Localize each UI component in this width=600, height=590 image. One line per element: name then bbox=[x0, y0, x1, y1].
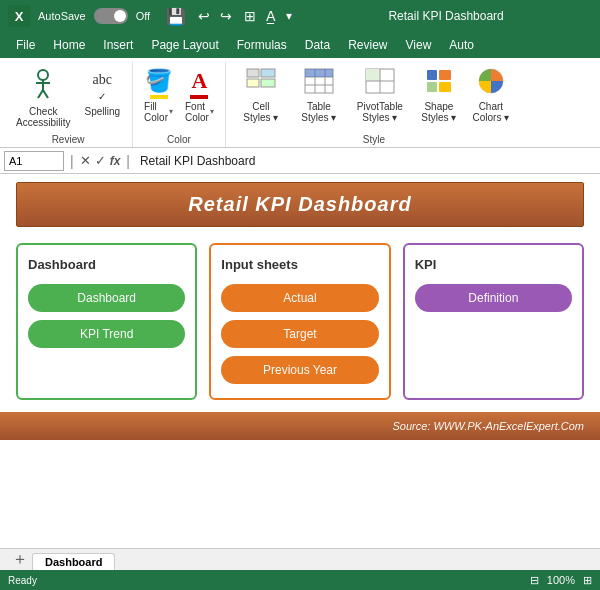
ribbon: CheckAccessibility abc✓ Spelling Review … bbox=[0, 58, 600, 148]
review-group-label: Review bbox=[52, 132, 85, 145]
svg-line-3 bbox=[38, 90, 43, 98]
dashboard-title: Retail KPI Dashboard bbox=[27, 193, 573, 216]
btn-target[interactable]: Target bbox=[221, 320, 378, 348]
zoom-plus-icon[interactable]: ⊞ bbox=[583, 574, 592, 587]
dashboard-card-title: Dashboard bbox=[28, 257, 185, 272]
svg-rect-7 bbox=[247, 79, 259, 87]
window-title: Retail KPI Dashboard bbox=[300, 9, 592, 23]
shape-styles-label: ShapeStyles ▾ bbox=[421, 101, 456, 123]
chart-colors-label: ChartColors ▾ bbox=[473, 101, 510, 123]
pivottable-styles-button[interactable]: PivotTableStyles ▾ bbox=[350, 66, 410, 125]
formula-sep2: | bbox=[124, 153, 132, 169]
input-sheets-card-title: Input sheets bbox=[221, 257, 378, 272]
dashboard-card-buttons: Dashboard KPI Trend bbox=[28, 284, 185, 348]
color-group-label: Color bbox=[167, 132, 191, 145]
font-color-icon: A bbox=[191, 68, 207, 94]
autosave-label: AutoSave bbox=[38, 10, 86, 22]
input-sheets-card-buttons: Actual Target Previous Year bbox=[221, 284, 378, 384]
fill-color-label: FillColor bbox=[144, 101, 168, 123]
zoom-level: 100% bbox=[547, 574, 575, 586]
svg-rect-8 bbox=[261, 79, 275, 87]
btn-previous-year[interactable]: Previous Year bbox=[221, 356, 378, 384]
svg-rect-16 bbox=[366, 69, 380, 81]
spelling-button[interactable]: abc✓ Spelling bbox=[80, 66, 124, 119]
fill-color-icon: 🪣 bbox=[145, 68, 172, 94]
check-accessibility-label: CheckAccessibility bbox=[16, 106, 70, 128]
name-box[interactable]: A1 bbox=[4, 151, 64, 171]
svg-rect-21 bbox=[427, 82, 437, 92]
chart-colors-button[interactable]: ChartColors ▾ bbox=[468, 66, 514, 125]
input-sheets-card: Input sheets Actual Target Previous Year bbox=[209, 243, 390, 400]
menu-page-layout[interactable]: Page Layout bbox=[143, 35, 226, 55]
menu-auto[interactable]: Auto bbox=[441, 35, 482, 55]
font-color-label: FontColor bbox=[185, 101, 209, 123]
menu-file[interactable]: File bbox=[8, 35, 43, 55]
btn-dashboard[interactable]: Dashboard bbox=[28, 284, 185, 312]
cancel-formula-icon[interactable]: ✕ bbox=[80, 153, 91, 168]
cell-styles-icon bbox=[246, 68, 276, 99]
fill-color-dropdown[interactable]: ▾ bbox=[169, 107, 173, 116]
menu-insert[interactable]: Insert bbox=[95, 35, 141, 55]
check-accessibility-button[interactable]: CheckAccessibility bbox=[12, 66, 74, 130]
autosave-toggle[interactable] bbox=[94, 8, 128, 24]
status-text: Ready bbox=[8, 575, 37, 586]
dropdown-arrow-icon[interactable]: ▾ bbox=[286, 9, 292, 23]
font-color-dropdown[interactable]: ▾ bbox=[210, 107, 214, 116]
ribbon-group-color: 🪣 FillColor ▾ A FontColor ▾ Color bbox=[133, 62, 226, 147]
btn-definition[interactable]: Definition bbox=[415, 284, 572, 312]
spelling-label: Spelling bbox=[84, 106, 120, 117]
shape-styles-button[interactable]: ShapeStyles ▾ bbox=[414, 66, 464, 125]
confirm-formula-icon[interactable]: ✓ bbox=[95, 153, 106, 168]
dashboard-header: Retail KPI Dashboard bbox=[16, 182, 584, 227]
svg-rect-22 bbox=[439, 82, 451, 92]
table-styles-button[interactable]: TableStyles ▾ bbox=[292, 66, 346, 125]
fill-color-button[interactable]: 🪣 FillColor ▾ bbox=[141, 66, 176, 125]
formula-separator: | bbox=[68, 153, 76, 169]
spelling-icon: abc✓ bbox=[93, 68, 112, 104]
style-group-label: Style bbox=[363, 132, 385, 145]
save-icon[interactable]: 💾 bbox=[166, 7, 186, 26]
menu-view[interactable]: View bbox=[398, 35, 440, 55]
formula-icons: ✕ ✓ bbox=[80, 153, 106, 168]
accessibility-icon bbox=[29, 68, 57, 104]
svg-rect-14 bbox=[305, 69, 333, 77]
cell-styles-button[interactable]: CellStyles ▾ bbox=[234, 66, 288, 125]
btn-kpi-trend[interactable]: KPI Trend bbox=[28, 320, 185, 348]
add-sheet-button[interactable]: ＋ bbox=[8, 549, 32, 570]
sheet-tab-dashboard[interactable]: Dashboard bbox=[32, 553, 115, 570]
pivottable-styles-label: PivotTableStyles ▾ bbox=[357, 101, 403, 123]
table-styles-icon bbox=[304, 68, 334, 99]
menu-review[interactable]: Review bbox=[340, 35, 395, 55]
spreadsheet-area: Retail KPI Dashboard Dashboard Dashboard… bbox=[0, 174, 600, 548]
status-bar: Ready ⊟ 100% ⊞ bbox=[0, 570, 600, 590]
svg-rect-5 bbox=[247, 69, 259, 77]
undo-icon[interactable]: ↩ bbox=[198, 8, 210, 24]
toggle-knob bbox=[114, 10, 126, 22]
font-color-button[interactable]: A FontColor ▾ bbox=[182, 66, 217, 125]
sheet-tabs: ＋ Dashboard bbox=[0, 548, 600, 570]
sheet-content: Retail KPI Dashboard Dashboard Dashboard… bbox=[0, 174, 600, 590]
excel-logo: X bbox=[8, 5, 30, 27]
toggle-state-label: Off bbox=[136, 10, 150, 22]
grid-icon[interactable]: ⊞ bbox=[244, 8, 256, 24]
svg-rect-6 bbox=[261, 69, 275, 77]
cell-styles-label: CellStyles ▾ bbox=[243, 101, 278, 123]
cards-container: Dashboard Dashboard KPI Trend Input shee… bbox=[16, 243, 584, 400]
kpi-card-buttons: Definition bbox=[415, 284, 572, 312]
menu-data[interactable]: Data bbox=[297, 35, 338, 55]
ribbon-group-style: CellStyles ▾ TableStyles ▾ bbox=[226, 62, 522, 147]
menu-home[interactable]: Home bbox=[45, 35, 93, 55]
dashboard-card: Dashboard Dashboard KPI Trend bbox=[16, 243, 197, 400]
svg-rect-19 bbox=[427, 70, 437, 80]
chart-colors-icon bbox=[478, 68, 504, 99]
formula-bar: A1 | ✕ ✓ fx | Retail KPI Dashboard bbox=[0, 148, 600, 174]
underline-icon[interactable]: A̲ bbox=[266, 8, 276, 24]
svg-rect-20 bbox=[439, 70, 451, 80]
title-bar: X AutoSave Off 💾 ↩ ↪ ⊞ A̲ ▾ Retail KPI D… bbox=[0, 0, 600, 32]
zoom-normal-icon[interactable]: ⊟ bbox=[530, 574, 539, 587]
menu-bar: File Home Insert Page Layout Formulas Da… bbox=[0, 32, 600, 58]
btn-actual[interactable]: Actual bbox=[221, 284, 378, 312]
menu-formulas[interactable]: Formulas bbox=[229, 35, 295, 55]
redo-icon[interactable]: ↪ bbox=[220, 8, 232, 24]
ribbon-group-review: CheckAccessibility abc✓ Spelling Review bbox=[4, 62, 133, 147]
